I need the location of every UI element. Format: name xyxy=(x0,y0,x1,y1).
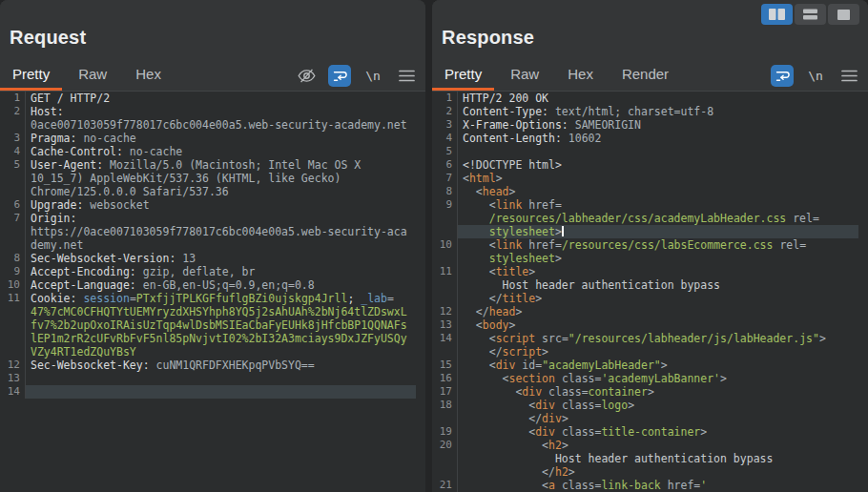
code-line: 21 <a class=link-back href=' xyxy=(432,479,868,492)
view-single-pane-button[interactable] xyxy=(828,4,859,25)
code-text: <h2> xyxy=(457,439,858,452)
code-line: 18 <div class=logo> xyxy=(432,399,868,412)
code-text xyxy=(25,372,416,385)
line-number xyxy=(0,332,25,345)
code-text: stylesheet> xyxy=(457,252,858,265)
line-number: 8 xyxy=(0,252,25,265)
line-number: 5 xyxy=(432,145,457,158)
code-line: 1GET / HTTP/2 xyxy=(0,92,425,105)
code-text: Chrome/125.0.0.0 Safari/537.36 xyxy=(25,185,416,198)
code-text: <body> xyxy=(457,318,858,332)
response-panel: Response PrettyRawHexRender \n 1HTTP/2 2… xyxy=(432,0,868,492)
request-tab-pretty[interactable]: Pretty xyxy=(0,60,62,91)
response-tab-pretty[interactable]: Pretty xyxy=(432,60,494,91)
line-number: 5 xyxy=(0,158,25,172)
code-line: 19 <div class=title-container> xyxy=(432,425,868,439)
line-number xyxy=(432,345,457,359)
line-number: 13 xyxy=(0,372,25,385)
show-newlines-icon[interactable]: \n xyxy=(362,65,384,87)
response-tab-raw[interactable]: Raw xyxy=(498,60,551,91)
response-editor[interactable]: 1HTTP/2 200 OK2Content-Type: text/html; … xyxy=(432,92,868,492)
line-number xyxy=(432,412,457,425)
code-line: </h2> xyxy=(432,465,868,479)
line-number: 21 xyxy=(432,479,457,492)
code-line: demy.net xyxy=(0,238,425,252)
request-tab-raw[interactable]: Raw xyxy=(66,60,119,91)
layout-switcher xyxy=(761,4,859,25)
code-text: <section class='academyLabBanner'> xyxy=(457,372,858,385)
code-text: VZy4RT1edZQuYBsY xyxy=(25,345,416,359)
view-split-columns-button[interactable] xyxy=(761,4,793,25)
line-number: 2 xyxy=(0,105,25,118)
code-line-current: stylesheet> xyxy=(432,225,868,238)
line-number xyxy=(432,225,457,238)
code-text: 0ace007103059f778017c6bc004e00a5.web-sec… xyxy=(25,118,416,132)
line-number xyxy=(0,238,25,252)
code-text: Upgrade: websocket xyxy=(25,198,416,212)
line-number: 16 xyxy=(432,372,457,385)
line-number: 3 xyxy=(432,118,457,132)
code-line: 6<!DOCTYPE html> xyxy=(432,158,868,172)
response-header: Response PrettyRawHexRender \n xyxy=(432,0,868,92)
code-text: </div> xyxy=(457,412,858,425)
line-number: 10 xyxy=(0,278,25,292)
code-line: 4Cache-Control: no-cache xyxy=(0,145,425,158)
code-text: <div class=container> xyxy=(457,385,858,399)
request-editor[interactable]: 1GET / HTTP/22Host:0ace007103059f778017c… xyxy=(0,92,425,492)
code-line: fv7%2b2upOxoIRAisUzTqp4wlDsbMSIEaCbaFyEU… xyxy=(0,318,425,332)
line-number: 13 xyxy=(432,318,457,332)
word-wrap-icon[interactable] xyxy=(771,65,794,87)
code-text: Pragma: no-cache xyxy=(25,132,416,145)
code-line: 11 <title> xyxy=(432,265,868,278)
code-line: 2Host: xyxy=(0,105,425,118)
word-wrap-icon[interactable] xyxy=(328,65,351,87)
code-text: GET / HTTP/2 xyxy=(25,92,416,105)
code-text: Host header authentication bypass xyxy=(457,278,858,292)
response-tab-hex[interactable]: Hex xyxy=(555,60,606,91)
code-text: Accept-Encoding: gzip, deflate, br xyxy=(25,265,416,278)
code-line: https://0ace007103059f778017c6bc004e00a5… xyxy=(0,225,425,238)
code-line: 13 <body> xyxy=(432,318,868,332)
code-text: stylesheet> xyxy=(457,225,858,238)
code-line: 4Content-Length: 10602 xyxy=(432,132,868,145)
view-split-rows-button[interactable] xyxy=(795,4,826,25)
code-text: <div class=title-container> xyxy=(457,425,858,439)
response-menu-icon[interactable] xyxy=(837,65,860,87)
code-text: <link href= xyxy=(457,198,858,212)
line-number xyxy=(0,318,25,332)
code-line: </div> xyxy=(432,412,868,425)
code-text: demy.net xyxy=(25,238,416,252)
code-text: <div id="academyLabHeader"> xyxy=(457,359,858,372)
request-tab-hex[interactable]: Hex xyxy=(123,60,174,91)
line-number: 8 xyxy=(432,185,457,198)
show-newlines-icon[interactable]: \n xyxy=(804,65,827,87)
code-line: 3X-Frame-Options: SAMEORIGIN xyxy=(432,118,868,132)
code-line: /resources/labheader/css/academyLabHeade… xyxy=(432,212,868,225)
code-line: 9 <link href= xyxy=(432,198,868,212)
response-tab-render[interactable]: Render xyxy=(610,60,681,91)
line-number: 19 xyxy=(432,425,457,439)
line-number: 9 xyxy=(432,198,457,212)
text-caret xyxy=(562,226,564,236)
line-number: 9 xyxy=(0,265,25,278)
line-number: 20 xyxy=(432,439,457,452)
code-text: Host: xyxy=(25,105,416,118)
hide-response-eye-off-icon[interactable] xyxy=(295,65,318,87)
line-number: 14 xyxy=(0,385,25,399)
response-title: Response xyxy=(442,27,534,49)
code-text: Sec-Websocket-Key: cuNM1QRFDFXHEKpqPVbSY… xyxy=(25,359,416,372)
code-line: 8 <head> xyxy=(432,185,868,198)
line-number: 7 xyxy=(432,172,457,185)
code-line: 17 <div class=container> xyxy=(432,385,868,399)
request-menu-icon[interactable] xyxy=(395,65,418,87)
request-panel: Request PrettyRawHex \n xyxy=(0,0,425,492)
code-line: 7Origin: xyxy=(0,212,425,225)
code-text: 10_15_7) AppleWebKit/537.36 (KHTML, like… xyxy=(25,172,416,185)
code-line: 10 <link href=/resources/css/labsEcommer… xyxy=(432,238,868,252)
code-line: 13 xyxy=(0,372,425,385)
code-text: <head> xyxy=(457,185,858,198)
line-number xyxy=(0,305,25,318)
request-toolbar: \n xyxy=(295,65,418,87)
line-number xyxy=(0,225,25,238)
code-text: <title> xyxy=(457,265,858,278)
